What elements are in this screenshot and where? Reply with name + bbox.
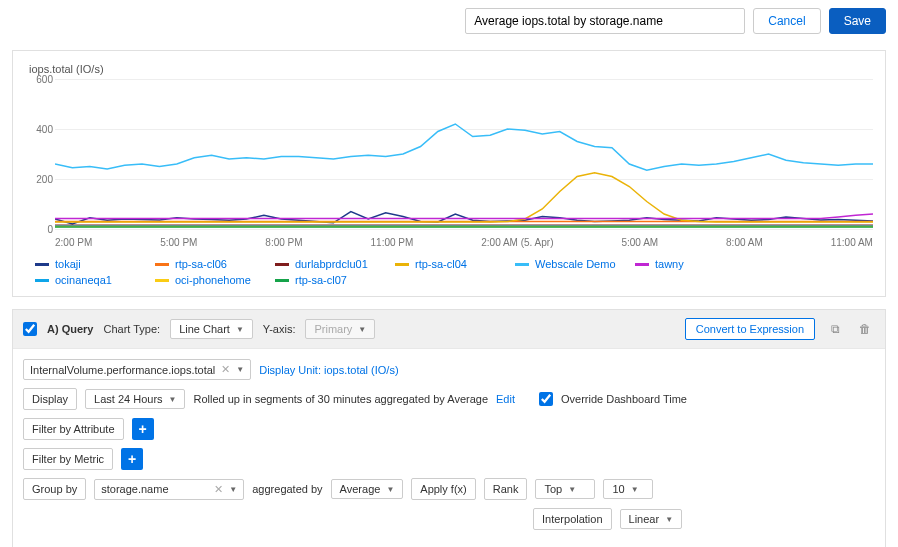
cancel-button[interactable]: Cancel — [753, 8, 820, 34]
legend-label: durlabprdclu01 — [295, 258, 368, 270]
legend-swatch — [35, 263, 49, 266]
legend-swatch — [275, 263, 289, 266]
legend-swatch — [395, 263, 409, 266]
chevron-down-icon: ▼ — [631, 485, 639, 494]
legend-label: rtp-sa-cl07 — [295, 274, 347, 286]
legend-item[interactable]: tokaji — [35, 256, 155, 272]
x-tick: 5:00 AM — [621, 237, 658, 248]
chart-type-select[interactable]: Line Chart▼ — [170, 319, 253, 339]
legend-item[interactable]: ocinaneqa1 — [35, 272, 155, 288]
apply-fx-button[interactable]: Apply f(x) — [411, 478, 475, 500]
time-range-select[interactable]: Last 24 Hours▼ — [85, 389, 185, 409]
chart-plot-area[interactable]: 0200400600 — [55, 79, 873, 229]
clear-icon[interactable]: ✕ — [214, 483, 223, 496]
metric-value: InternalVolume.performance.iops.total — [30, 364, 215, 376]
y-tick: 0 — [27, 224, 53, 235]
display-unit-link[interactable]: Display Unit: iops.total (IO/s) — [259, 364, 398, 376]
aggregated-by-label: aggregated by — [252, 483, 322, 495]
y-tick: 400 — [27, 124, 53, 135]
legend-label: ocinaneqa1 — [55, 274, 112, 286]
chart-type-label: Chart Type: — [103, 323, 160, 335]
group-by-label: Group by — [23, 478, 86, 500]
x-tick: 8:00 PM — [265, 237, 302, 248]
y-tick: 600 — [27, 74, 53, 85]
y-axis-label-text: Y-axis: — [263, 323, 296, 335]
chevron-down-icon: ▼ — [358, 325, 366, 334]
x-tick: 2:00 AM (5. Apr) — [481, 237, 553, 248]
rollup-text: Rolled up in segments of 30 minutes aggr… — [193, 393, 488, 405]
legend-item[interactable]: Webscale Demo — [515, 256, 635, 272]
chart-panel: iops.total (IO/s) 0200400600 2:00 PM5:00… — [12, 50, 886, 297]
chevron-down-icon: ▼ — [236, 365, 244, 374]
query-section-label: A) Query — [47, 323, 93, 335]
legend-item[interactable]: rtp-sa-cl04 — [395, 256, 515, 272]
interpolation-select[interactable]: Linear▼ — [620, 509, 683, 529]
series-line — [55, 214, 873, 219]
override-time-label: Override Dashboard Time — [561, 393, 687, 405]
legend-swatch — [155, 279, 169, 282]
chevron-down-icon: ▼ — [568, 485, 576, 494]
x-tick: 11:00 AM — [831, 237, 873, 248]
metric-select[interactable]: InternalVolume.performance.iops.total ✕ … — [23, 359, 251, 380]
query-enable-checkbox[interactable] — [23, 322, 37, 336]
legend-item[interactable]: durlabprdclu01 — [275, 256, 395, 272]
display-label: Display — [23, 388, 77, 410]
filter-by-attribute-button[interactable]: Filter by Attribute — [23, 418, 124, 440]
legend-swatch — [515, 263, 529, 266]
legend-label: rtp-sa-cl06 — [175, 258, 227, 270]
override-time-checkbox[interactable] — [539, 392, 553, 406]
y-axis-select[interactable]: Primary▼ — [305, 319, 375, 339]
x-tick: 5:00 PM — [160, 237, 197, 248]
legend-item[interactable]: oci-phonehome — [155, 272, 275, 288]
legend-swatch — [155, 263, 169, 266]
edit-rollup-link[interactable]: Edit — [496, 393, 515, 405]
interpolation-label: Interpolation — [533, 508, 612, 530]
chevron-down-icon: ▼ — [665, 515, 673, 524]
legend-swatch — [35, 279, 49, 282]
chevron-down-icon: ▼ — [169, 395, 177, 404]
chevron-down-icon: ▼ — [386, 485, 394, 494]
group-by-field[interactable]: storage.name ✕ ▼ — [94, 479, 244, 500]
query-config-panel: A) Query Chart Type: Line Chart▼ Y-axis:… — [12, 309, 886, 547]
clear-icon[interactable]: ✕ — [221, 363, 230, 376]
legend-item[interactable]: tawny — [635, 256, 755, 272]
x-tick: 11:00 PM — [371, 237, 414, 248]
rank-direction-select[interactable]: Top▼ — [535, 479, 595, 499]
legend-label: rtp-sa-cl04 — [415, 258, 467, 270]
group-by-value: storage.name — [101, 483, 168, 495]
rank-count-select[interactable]: 10▼ — [603, 479, 653, 499]
legend-item[interactable]: rtp-sa-cl07 — [275, 272, 395, 288]
chevron-down-icon: ▼ — [229, 485, 237, 494]
add-metric-filter-button[interactable]: + — [121, 448, 143, 470]
aggregated-by-select[interactable]: Average▼ — [331, 479, 404, 499]
legend-label: tokaji — [55, 258, 81, 270]
x-tick: 2:00 PM — [55, 237, 92, 248]
y-axis-label: iops.total (IO/s) — [29, 63, 873, 75]
series-line — [55, 124, 873, 170]
legend-label: tawny — [655, 258, 684, 270]
series-line — [55, 173, 873, 222]
chevron-down-icon: ▼ — [236, 325, 244, 334]
add-attribute-filter-button[interactable]: + — [132, 418, 154, 440]
save-button[interactable]: Save — [829, 8, 886, 34]
y-tick: 200 — [27, 174, 53, 185]
x-tick: 8:00 AM — [726, 237, 763, 248]
convert-to-expression-button[interactable]: Convert to Expression — [685, 318, 815, 340]
rank-label: Rank — [484, 478, 528, 500]
widget-title-input[interactable] — [465, 8, 745, 34]
chart-legend: tokajirtp-sa-cl06durlabprdclu01rtp-sa-cl… — [35, 256, 873, 288]
trash-icon[interactable]: 🗑 — [855, 319, 875, 339]
filter-by-metric-button[interactable]: Filter by Metric — [23, 448, 113, 470]
duplicate-icon[interactable]: ⧉ — [825, 319, 845, 339]
legend-swatch — [635, 263, 649, 266]
legend-label: Webscale Demo — [535, 258, 616, 270]
legend-label: oci-phonehome — [175, 274, 251, 286]
legend-swatch — [275, 279, 289, 282]
legend-item[interactable]: rtp-sa-cl06 — [155, 256, 275, 272]
